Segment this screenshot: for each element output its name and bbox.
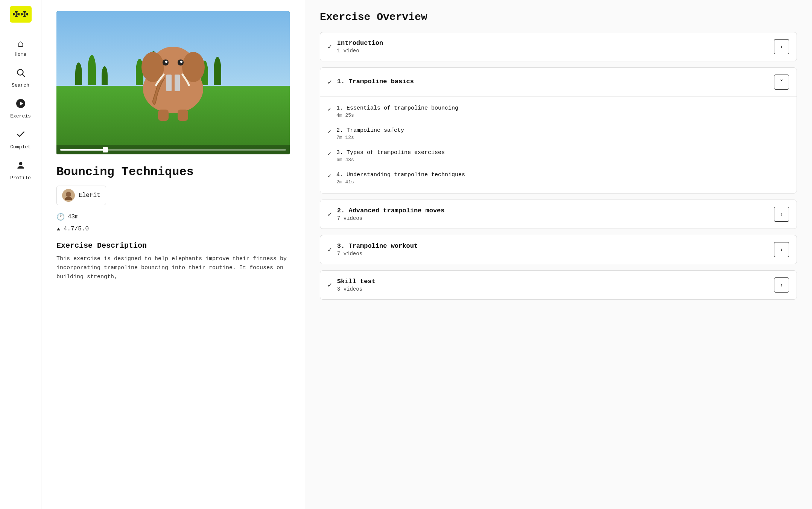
section-introduction-info: Introduction 1 video: [337, 40, 769, 54]
rating-row: ★ 4.7/5.0: [56, 225, 290, 233]
search-icon: [16, 68, 26, 81]
lesson-4-name: 4. Understanding trampoline techniques: [336, 172, 789, 178]
svg-point-11: [165, 61, 167, 63]
section-skill-info: Skill test 3 videos: [337, 278, 769, 292]
check-lesson-4: ✓: [328, 172, 331, 180]
video-pause-button[interactable]: [166, 75, 180, 91]
section-basics-header: ✓ 1. Trampoline basics ˅: [320, 68, 797, 96]
sidebar-label-exercises: Exercis: [10, 113, 31, 119]
logo-icon: ⧾⧾: [12, 9, 29, 20]
sidebar: ⧾⧾ ⌂ Home Search Exercis Complet: [0, 0, 41, 509]
section-skill-name: Skill test: [337, 278, 769, 285]
section-skill-sub: 3 videos: [337, 286, 769, 292]
expand-introduction-icon: ›: [780, 43, 782, 50]
lesson-4-info: 4. Understanding trampoline techniques 2…: [336, 172, 789, 185]
pause-bar-left: [166, 75, 172, 91]
lesson-4-duration: 2m 41s: [336, 179, 789, 185]
section-workout-name: 3. Trampoline workout: [337, 242, 769, 250]
progress-thumb[interactable]: [103, 147, 108, 152]
svg-point-15: [66, 192, 71, 197]
video-player[interactable]: [56, 11, 290, 154]
expand-introduction-button[interactable]: ›: [774, 39, 789, 54]
section-skill-test: ✓ Skill test 3 videos ›: [320, 270, 797, 300]
check-lesson-2: ✓: [328, 128, 331, 135]
main-content: Bouncing Techniques EleFit 🕐 43m ★ 4.7/5…: [41, 0, 812, 509]
section-workout-header: ✓ 3. Trampoline workout 7 videos ›: [320, 235, 797, 264]
expand-skill-button[interactable]: ›: [774, 277, 789, 293]
svg-point-4: [19, 162, 22, 165]
progress-fill: [60, 149, 105, 151]
lesson-2-name: 2. Trampoline safety: [336, 127, 789, 134]
section-advanced-moves: ✓ 2. Advanced trampoline moves 7 videos …: [320, 200, 797, 229]
video-progress-bar[interactable]: [56, 145, 290, 154]
expand-advanced-button[interactable]: ›: [774, 207, 789, 222]
sidebar-item-search[interactable]: Search: [0, 62, 41, 93]
home-icon: ⌂: [18, 38, 24, 50]
check-advanced: ✓: [328, 210, 332, 218]
description-heading: Exercise Description: [56, 241, 290, 250]
lesson-4: ✓ 4. Understanding trampoline techniques…: [320, 167, 797, 189]
lesson-3-name: 3. Types of trampoline exercises: [336, 149, 789, 156]
star-icon: ★: [56, 225, 61, 233]
svg-line-1: [22, 75, 24, 77]
sidebar-item-completed[interactable]: Complet: [0, 124, 41, 155]
left-panel: Bouncing Techniques EleFit 🕐 43m ★ 4.7/5…: [41, 0, 305, 509]
svg-rect-13: [158, 110, 169, 121]
section-workout: ✓ 3. Trampoline workout 7 videos ›: [320, 235, 797, 264]
check-lesson-1: ✓: [328, 106, 331, 113]
course-title: Bouncing Techniques: [56, 165, 290, 179]
duration-row: 🕐 43m: [56, 213, 290, 221]
expand-workout-button[interactable]: ›: [774, 242, 789, 257]
sidebar-label-profile: Profile: [10, 175, 31, 181]
sidebar-label-home: Home: [15, 52, 26, 57]
rating-value: 4.7/5.0: [64, 226, 89, 232]
section-introduction-sub: 1 video: [337, 48, 769, 54]
lesson-2-duration: 7m 12s: [336, 135, 789, 140]
sidebar-item-exercises[interactable]: Exercis: [0, 93, 41, 124]
check-lesson-3: ✓: [328, 150, 331, 157]
section-advanced-info: 2. Advanced trampoline moves 7 videos: [337, 207, 769, 221]
pause-bar-right: [175, 75, 180, 91]
lesson-3: ✓ 3. Types of trampoline exercises 6m 48…: [320, 145, 797, 167]
section-advanced-header: ✓ 2. Advanced trampoline moves 7 videos …: [320, 200, 797, 229]
section-introduction-name: Introduction: [337, 40, 769, 47]
author-badge[interactable]: EleFit: [56, 186, 106, 205]
sidebar-label-completed: Complet: [10, 144, 31, 150]
section-trampoline-basics: ✓ 1. Trampoline basics ˅ ✓ 1. Essentials…: [320, 67, 797, 194]
section-advanced-name: 2. Advanced trampoline moves: [337, 207, 769, 214]
right-panel: Exercise Overview ✓ Introduction 1 video…: [305, 0, 812, 509]
profile-icon: [16, 160, 26, 173]
section-advanced-sub: 7 videos: [337, 215, 769, 221]
expand-basics-icon: ˅: [780, 79, 783, 86]
section-workout-info: 3. Trampoline workout 7 videos: [337, 242, 769, 257]
expand-advanced-icon: ›: [780, 211, 782, 218]
check-basics: ✓: [328, 78, 332, 86]
lesson-1-name: 1. Essentials of trampoline bouncing: [336, 105, 789, 111]
check-skill: ✓: [328, 281, 332, 289]
section-basics-name: 1. Trampoline basics: [337, 78, 769, 85]
sidebar-item-profile[interactable]: Profile: [0, 155, 41, 186]
lesson-1-info: 1. Essentials of trampoline bouncing 4m …: [336, 105, 789, 118]
check-workout: ✓: [328, 245, 332, 254]
expand-basics-button[interactable]: ˅: [774, 75, 789, 90]
section-introduction: ✓ Introduction 1 video ›: [320, 32, 797, 61]
overview-title: Exercise Overview: [320, 11, 797, 23]
lesson-2: ✓ 2. Trampoline safety 7m 12s: [320, 123, 797, 145]
app-logo[interactable]: ⧾⧾: [10, 6, 32, 23]
sidebar-item-home[interactable]: ⌂ Home: [0, 33, 41, 62]
author-name: EleFit: [79, 192, 100, 199]
lesson-3-duration: 6m 48s: [336, 157, 789, 163]
section-workout-sub: 7 videos: [337, 251, 769, 257]
lesson-1-duration: 4m 25s: [336, 113, 789, 118]
check-introduction: ✓: [328, 43, 332, 51]
section-skill-header: ✓ Skill test 3 videos ›: [320, 271, 797, 299]
lesson-1: ✓ 1. Essentials of trampoline bouncing 4…: [320, 101, 797, 123]
duration-value: 43m: [68, 213, 79, 220]
section-basics-info: 1. Trampoline basics: [337, 78, 769, 86]
expand-workout-icon: ›: [780, 246, 782, 253]
completed-icon: [16, 130, 26, 142]
lesson-2-info: 2. Trampoline safety 7m 12s: [336, 127, 789, 140]
section-basics-lessons: ✓ 1. Essentials of trampoline bouncing 4…: [320, 96, 797, 193]
sidebar-label-search: Search: [12, 82, 29, 88]
progress-track: [60, 149, 286, 151]
